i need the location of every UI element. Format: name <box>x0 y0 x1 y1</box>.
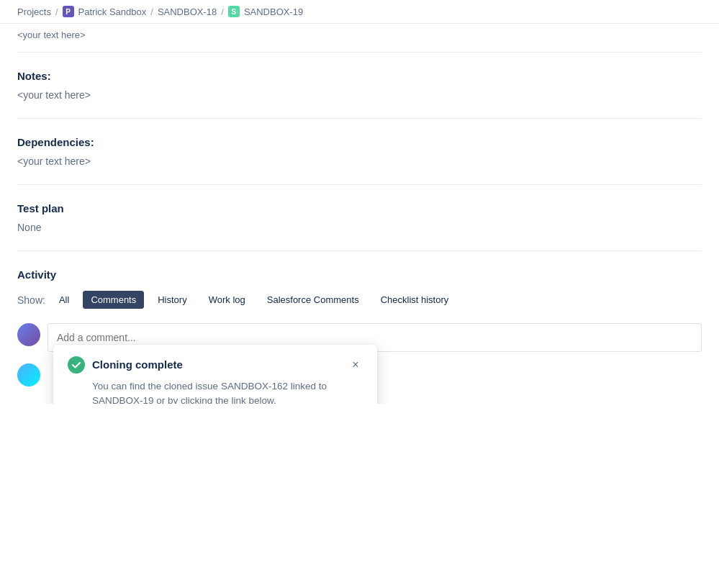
test-plan-section: Test plan None <box>17 185 702 251</box>
activity-section: Activity Show: All Comments History Work… <box>17 251 702 404</box>
top-text-area: <your text here> <box>0 24 719 52</box>
dependencies-text: <your text here> <box>17 155 702 167</box>
activity-filter-row: Show: All Comments History Work log Sale… <box>17 291 702 309</box>
toast-body: You can find the cloned issue SANDBOX-16… <box>92 379 363 404</box>
toast-header: Cloning complete × <box>68 356 363 374</box>
filter-all[interactable]: All <box>51 291 77 309</box>
breadcrumb-sep-3: / <box>221 6 224 17</box>
filter-checklist[interactable]: Checklist history <box>373 291 457 309</box>
notes-section: Notes: <your text here> <box>17 53 702 119</box>
toast-close-button[interactable]: × <box>348 358 363 372</box>
filter-salesforce[interactable]: Salesforce Comments <box>259 291 367 309</box>
breadcrumb-projects[interactable]: Projects <box>17 6 51 17</box>
toast-title: Cloning complete <box>92 358 341 371</box>
activity-title: Activity <box>17 268 702 281</box>
breadcrumb-patrick-sandbox[interactable]: Patrick Sandbox <box>78 6 147 17</box>
filter-comments[interactable]: Comments <box>83 291 144 309</box>
notes-text: <your text here> <box>17 89 702 101</box>
breadcrumb-sep-1: / <box>55 6 58 17</box>
dependencies-title: Dependencies: <box>17 136 702 148</box>
avatar-1 <box>17 323 40 346</box>
breadcrumb-icon-patrick: P <box>63 6 74 17</box>
breadcrumb-icon-sandbox19: S <box>228 6 240 17</box>
filter-history[interactable]: History <box>150 291 194 309</box>
toast-success-icon <box>68 356 85 374</box>
breadcrumb: Projects / P Patrick Sandbox / SANDBOX-1… <box>0 0 719 24</box>
show-label: Show: <box>17 294 45 306</box>
dependencies-section: Dependencies: <your text here> <box>17 119 702 185</box>
breadcrumb-sandbox18[interactable]: SANDBOX-18 <box>158 6 217 17</box>
breadcrumb-sep-2: / <box>150 6 153 17</box>
test-plan-value: None <box>17 222 702 233</box>
test-plan-title: Test plan <box>17 202 702 214</box>
filter-worklog[interactable]: Work log <box>201 291 253 309</box>
toast-notification: Cloning complete × You can find the clon… <box>53 345 377 404</box>
avatar-2 <box>17 363 40 386</box>
breadcrumb-sandbox19[interactable]: SANDBOX-19 <box>244 6 303 17</box>
comment-area: Cloning complete × You can find the clon… <box>17 323 702 352</box>
notes-title: Notes: <box>17 70 702 82</box>
